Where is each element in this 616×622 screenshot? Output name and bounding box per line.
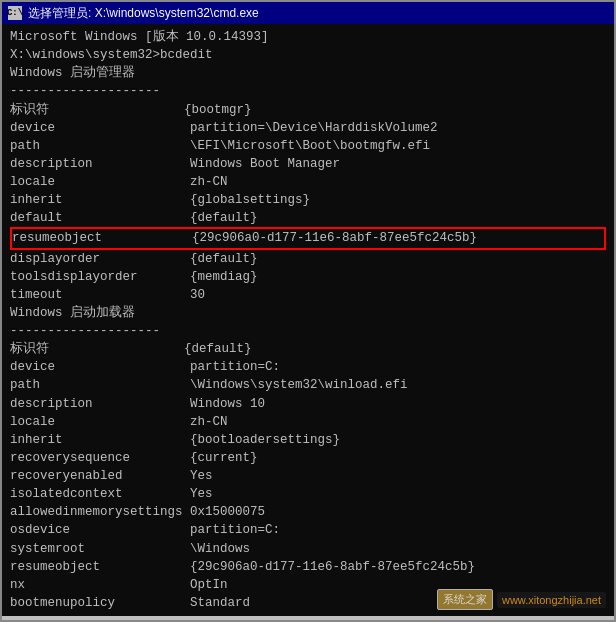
- window-title: 选择管理员: X:\windows\system32\cmd.exe: [28, 5, 608, 22]
- console-line: recoverysequence {current}: [10, 449, 606, 467]
- console-line: allowedinmemorysettings 0x15000075: [10, 503, 606, 521]
- console-line: Microsoft Windows [版本 10.0.14393]: [10, 28, 606, 46]
- console-line: systemroot \Windows: [10, 540, 606, 558]
- console-line: locale zh-CN: [10, 173, 606, 191]
- watermark-label: 系统之家: [437, 589, 493, 610]
- console-line: 标识符 {default}: [10, 340, 606, 358]
- console-line: device partition=C:: [10, 358, 606, 376]
- console-line: isolatedcontext Yes: [10, 485, 606, 503]
- console-line: locale zh-CN: [10, 413, 606, 431]
- console-line: description Windows 10: [10, 395, 606, 413]
- console-line: recoveryenabled Yes: [10, 467, 606, 485]
- console-wrapper: Microsoft Windows [版本 10.0.14393]X:\wind…: [2, 24, 614, 620]
- console-line: --------------------: [10, 82, 606, 100]
- console-line: path \Windows\system32\winload.efi: [10, 376, 606, 394]
- watermark: 系统之家 www.xitongzhijia.net: [437, 589, 606, 610]
- console-line: path \EFI\Microsoft\Boot\bootmgfw.efi: [10, 137, 606, 155]
- title-bar: C:\ 选择管理员: X:\windows\system32\cmd.exe: [2, 2, 614, 24]
- console-line: Windows 启动加载器: [10, 304, 606, 322]
- console-line: toolsdisplayorder {memdiag}: [10, 268, 606, 286]
- console-line: inherit {bootloadersettings}: [10, 431, 606, 449]
- console-line: device partition=\Device\HarddiskVolume2: [10, 119, 606, 137]
- console-line: description Windows Boot Manager: [10, 155, 606, 173]
- cmd-window: C:\ 选择管理员: X:\windows\system32\cmd.exe M…: [0, 0, 616, 622]
- console-line: 标识符 {bootmgr}: [10, 101, 606, 119]
- console-line: --------------------: [10, 322, 606, 340]
- console-line: timeout 30: [10, 286, 606, 304]
- console-line: default {default}: [10, 209, 606, 227]
- console-output: Microsoft Windows [版本 10.0.14393]X:\wind…: [2, 24, 614, 616]
- console-line: Windows 启动管理器: [10, 64, 606, 82]
- console-line: resumeobject {29c906a0-d177-11e6-8abf-87…: [10, 558, 606, 576]
- console-line: displayorder {default}: [10, 250, 606, 268]
- console-line: osdevice partition=C:: [10, 521, 606, 539]
- cmd-icon: C:\: [8, 6, 22, 20]
- watermark-site: www.xitongzhijia.net: [497, 592, 606, 608]
- console-line: inherit {globalsettings}: [10, 191, 606, 209]
- console-line: X:\windows\system32>bcdedit: [10, 46, 606, 64]
- highlighted-line: resumeobject {29c906a0-d177-11e6-8abf-87…: [10, 227, 606, 249]
